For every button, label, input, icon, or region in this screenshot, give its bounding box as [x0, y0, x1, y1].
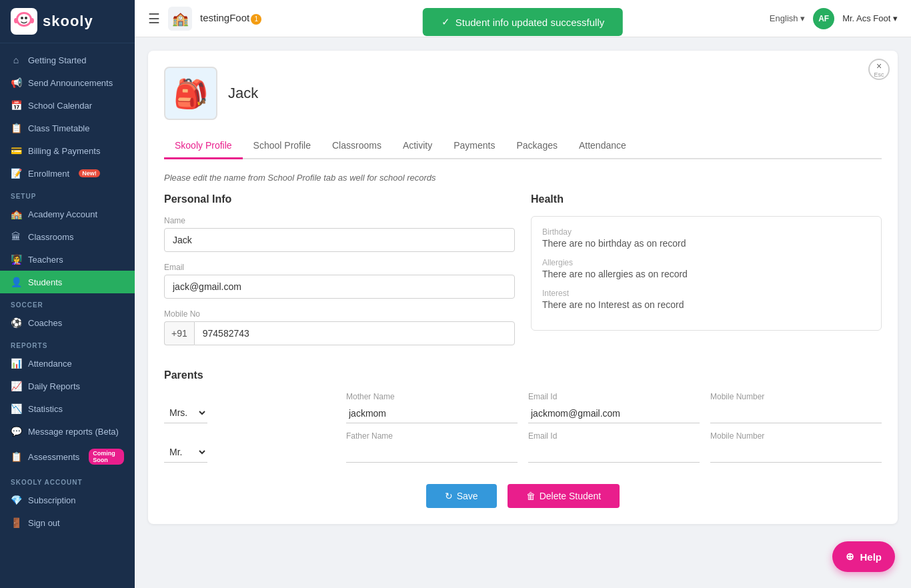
sidebar-item-label: Assessments — [28, 452, 79, 462]
info-notice: Please edit the name from School Profile… — [164, 173, 882, 183]
father-name-input[interactable] — [346, 443, 518, 463]
svg-point-3 — [21, 17, 23, 19]
sidebar-item-statistics[interactable]: 📉 Statistics — [0, 397, 135, 420]
delete-student-button[interactable]: 🗑 Delete Student — [508, 484, 620, 508]
content-area: × Esc 🎒 Jack Skooly Profile School Profi… — [135, 37, 911, 588]
daily-reports-icon: 📈 — [11, 381, 21, 391]
health-box: Birthday There are no birthday as on rec… — [531, 216, 882, 331]
sidebar-item-label: Students — [28, 277, 62, 287]
email-input[interactable] — [164, 275, 515, 299]
school-icon: 🏫 — [168, 7, 192, 31]
sidebar-item-teachers[interactable]: 👩‍🏫 Teachers — [0, 248, 135, 271]
topbar-left: ☰ 🏫 testingFoot1 — [148, 7, 261, 31]
father-title-select[interactable]: Mr. Mrs. Ms. Dr. — [164, 442, 207, 463]
email-label: Email — [164, 263, 515, 272]
mother-name-group: Mother Name — [346, 392, 518, 423]
success-banner: ✓ Student info updated successfully — [423, 8, 623, 36]
hamburger-menu[interactable]: ☰ — [148, 11, 160, 27]
message-icon: 💬 — [11, 426, 21, 437]
sidebar-logo: skooly — [0, 0, 135, 43]
tab-classrooms[interactable]: Classrooms — [321, 133, 392, 159]
tab-payments[interactable]: Payments — [443, 133, 506, 159]
close-button[interactable]: × Esc — [868, 59, 890, 80]
sidebar-item-label: Send Announcements — [28, 78, 113, 88]
student-header: 🎒 Jack — [164, 67, 882, 120]
mother-email-input[interactable] — [528, 404, 700, 423]
sidebar-item-billing-payments[interactable]: 💳 Billing & Payments — [0, 139, 135, 162]
user-name: Mr. Acs Foot ▾ — [842, 13, 898, 23]
form-grid: Personal Info Name Email Mobile No +91 — [164, 193, 882, 356]
notification-dot: 1 — [251, 14, 261, 25]
sidebar-item-daily-reports[interactable]: 📈 Daily Reports — [0, 375, 135, 397]
father-title-group: Mr. Mrs. Ms. Dr. — [164, 442, 335, 463]
language-selector[interactable]: English ▾ — [770, 13, 805, 23]
sidebar-item-attendance[interactable]: 📊 Attendance — [0, 352, 135, 375]
sidebar-item-school-calendar[interactable]: 📅 School Calendar — [0, 94, 135, 117]
classrooms-icon: 🏛 — [11, 231, 21, 242]
sidebar-item-label: Class Timetable — [28, 123, 89, 133]
father-mobile-input[interactable] — [710, 443, 882, 463]
mother-name-input[interactable] — [346, 404, 518, 423]
mother-mobile-group: Mobile Number — [710, 392, 882, 423]
sidebar-item-label: Academy Account — [28, 209, 97, 219]
attendance-icon: 📊 — [11, 358, 21, 369]
sidebar-item-sign-out[interactable]: 🚪 Sign out — [0, 511, 135, 534]
mother-email-label: Email Id — [528, 392, 700, 401]
help-button[interactable]: ⊕ Help — [832, 541, 895, 572]
sidebar-item-coaches[interactable]: ⚽ Coaches — [0, 311, 135, 334]
sidebar-navigation: ⌂ Getting Started 📢 Send Announcements 📅… — [0, 43, 135, 588]
sidebar-item-message-reports[interactable]: 💬 Message reports (Beta) — [0, 420, 135, 443]
main-area: ☰ 🏫 testingFoot1 ✓ Student info updated … — [135, 0, 911, 588]
interest-item: Interest There are no Interest as on rec… — [542, 289, 870, 310]
name-input[interactable] — [164, 228, 515, 252]
avatar-emoji: 🎒 — [173, 77, 208, 110]
save-button[interactable]: ↻ Save — [426, 484, 497, 508]
sidebar-item-label: Classrooms — [28, 232, 74, 242]
health-section: Health Birthday There are no birthday as… — [531, 193, 882, 356]
reports-section-label: REPORTS — [0, 334, 135, 352]
sidebar-item-class-timetable[interactable]: 📋 Class Timetable — [0, 117, 135, 139]
tab-packages[interactable]: Packages — [506, 133, 568, 159]
sidebar-item-students[interactable]: 👤 Students — [0, 271, 135, 293]
name-field-group: Name — [164, 216, 515, 252]
sidebar-item-enrollment[interactable]: 📝 Enrollment New! — [0, 162, 135, 185]
tab-activity[interactable]: Activity — [392, 133, 443, 159]
help-icon: ⊕ — [846, 551, 854, 563]
sidebar-item-label: Enrollment — [28, 169, 69, 179]
sidebar-item-label: Subscription — [28, 495, 76, 505]
new-badge: New! — [79, 169, 100, 177]
sidebar-item-send-announcements[interactable]: 📢 Send Announcements — [0, 71, 135, 94]
mobile-label: Mobile No — [164, 309, 515, 319]
sidebar-item-academy-account[interactable]: 🏫 Academy Account — [0, 203, 135, 225]
tab-school-profile[interactable]: School Profile — [243, 133, 321, 159]
school-name: testingFoot1 — [200, 12, 261, 25]
sidebar-item-subscription[interactable]: 💎 Subscription — [0, 489, 135, 511]
mobile-input[interactable] — [194, 321, 515, 345]
parents-section: Parents Mrs. Mr. Ms. Dr. Mother Name — [164, 369, 882, 463]
sidebar: skooly ⌂ Getting Started 📢 Send Announce… — [0, 0, 135, 588]
sidebar-item-label: Daily Reports — [28, 381, 80, 391]
father-email-input[interactable] — [528, 443, 700, 463]
mother-mobile-input[interactable] — [710, 404, 882, 423]
phone-group: +91 — [164, 321, 515, 345]
allergies-item: Allergies There are no allergies as on r… — [542, 258, 870, 279]
birthday-item: Birthday There are no birthday as on rec… — [542, 227, 870, 249]
sidebar-item-assessments[interactable]: 📋 Assessments Coming Soon — [0, 443, 135, 471]
tab-attendance[interactable]: Attendance — [568, 133, 637, 159]
home-icon: ⌂ — [11, 55, 21, 65]
sidebar-item-label: School Calendar — [28, 101, 92, 111]
father-row: Mr. Mrs. Ms. Dr. Father Name Email Id — [164, 431, 882, 463]
subscription-icon: 💎 — [11, 495, 21, 505]
account-section-label: SKOOLY ACCOUNT — [0, 471, 135, 489]
father-email-label: Email Id — [528, 431, 700, 441]
tab-skooly-profile[interactable]: Skooly Profile — [164, 133, 243, 159]
statistics-icon: 📉 — [11, 403, 21, 414]
birthday-value: There are no birthday as on record — [542, 238, 870, 249]
sidebar-item-classrooms[interactable]: 🏛 Classrooms — [0, 225, 135, 248]
timetable-icon: 📋 — [11, 123, 21, 133]
sidebar-item-getting-started[interactable]: ⌂ Getting Started — [0, 49, 135, 71]
sidebar-item-label: Billing & Payments — [28, 146, 100, 156]
student-avatar: 🎒 — [164, 67, 217, 120]
country-code: +91 — [164, 321, 194, 345]
mother-title-select[interactable]: Mrs. Mr. Ms. Dr. — [164, 403, 207, 423]
